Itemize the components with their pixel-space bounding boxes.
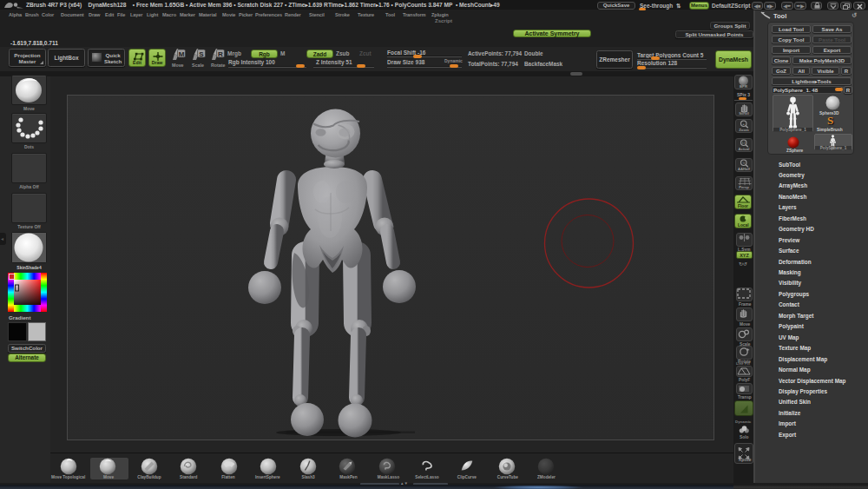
svg-text:S: S	[199, 50, 204, 58]
svg-text:+: +	[743, 122, 746, 126]
svg-text:R: R	[218, 50, 223, 58]
svg-text:M: M	[179, 50, 185, 58]
svg-text:1:1: 1:1	[742, 142, 746, 145]
svg-text:½: ½	[742, 162, 746, 165]
